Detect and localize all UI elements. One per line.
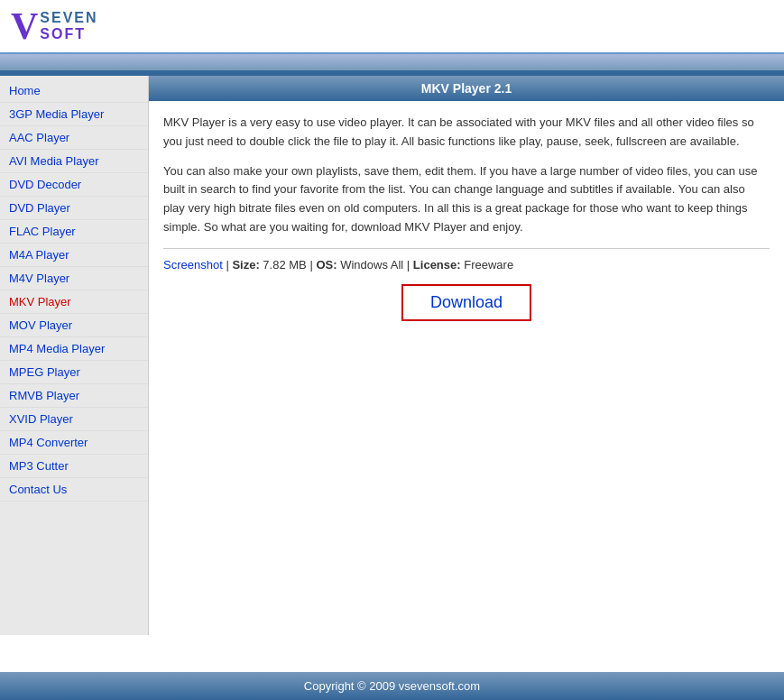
sidebar-item-flac-player[interactable]: FLAC Player (0, 220, 148, 244)
sidebar-link-flac-player[interactable]: FLAC Player (9, 225, 76, 238)
sidebar-link-mp3-cutter[interactable]: MP3 Cutter (9, 459, 69, 473)
sidebar-link-avi-media-player[interactable]: AVI Media Player (9, 154, 98, 168)
sidebar-item-dvd-player[interactable]: DVD Player (0, 197, 148, 220)
meta-line: Screenshot | Size: 7.82 MB | OS: Windows… (163, 258, 770, 272)
logo-v: V (11, 7, 38, 45)
logo-text: SEVEN SOFT (40, 10, 97, 41)
description-1: MKV Player is a very easy to use video p… (163, 114, 770, 152)
sidebar-link-mov-player[interactable]: MOV Player (9, 318, 72, 332)
logo-seven: SEVEN (40, 10, 97, 26)
header: V SEVEN SOFT (0, 0, 784, 54)
sidebar-item-3gp-media-player[interactable]: 3GP Media Player (0, 103, 148, 126)
sidebar-link-m4a-player[interactable]: M4A Player (9, 248, 69, 262)
sidebar-link-rmvb-player[interactable]: RMVB Player (9, 389, 79, 402)
download-button[interactable]: Download (401, 284, 531, 321)
sidebar-link-mp4-converter[interactable]: MP4 Converter (9, 436, 88, 449)
nav-bar (0, 54, 784, 70)
sidebar: Home3GP Media PlayerAAC PlayerAVI Media … (0, 76, 149, 635)
sidebar-link-mkv-player[interactable]: MKV Player (9, 295, 71, 309)
description-2: You can also make your own playlists, sa… (163, 162, 770, 237)
sidebar-item-m4a-player[interactable]: M4A Player (0, 244, 148, 267)
sidebar-link-contact-us[interactable]: Contact Us (9, 483, 67, 496)
os-value: Windows All (340, 258, 403, 272)
sidebar-link-mpeg-player[interactable]: MPEG Player (9, 365, 80, 379)
logo: V SEVEN SOFT (11, 7, 98, 45)
screenshot-link[interactable]: Screenshot (163, 258, 223, 272)
sidebar-link-3gp-media-player[interactable]: 3GP Media Player (9, 107, 104, 121)
sidebar-link-dvd-player[interactable]: DVD Player (9, 201, 70, 215)
sidebar-item-contact-us[interactable]: Contact Us (0, 478, 148, 502)
layout: Home3GP Media PlayerAAC PlayerAVI Media … (0, 76, 784, 635)
logo-soft: SOFT (40, 26, 97, 42)
sidebar-item-mp3-cutter[interactable]: MP3 Cutter (0, 455, 148, 478)
sidebar-item-rmvb-player[interactable]: RMVB Player (0, 384, 148, 408)
license-value: Freeware (464, 258, 513, 272)
sidebar-item-aac-player[interactable]: AAC Player (0, 126, 148, 150)
page-title: MKV Player 2.1 (149, 76, 784, 101)
divider (163, 248, 770, 249)
sidebar-item-mp4-media-player[interactable]: MP4 Media Player (0, 337, 148, 361)
sidebar-link-m4v-player[interactable]: M4V Player (9, 272, 69, 285)
license-label: License: (413, 258, 461, 272)
sidebar-link-mp4-media-player[interactable]: MP4 Media Player (9, 342, 105, 355)
sidebar-link-aac-player[interactable]: AAC Player (9, 131, 69, 144)
size-label: Size: (232, 258, 259, 272)
sidebar-item-mov-player[interactable]: MOV Player (0, 314, 148, 337)
sidebar-item-m4v-player[interactable]: M4V Player (0, 267, 148, 290)
content-area: MKV Player is a very easy to use video p… (149, 101, 784, 334)
size-value: 7.82 MB (263, 258, 306, 272)
os-label: OS: (316, 258, 337, 272)
main-content: MKV Player 2.1 MKV Player is a very easy… (149, 76, 784, 635)
sidebar-item-mp4-converter[interactable]: MP4 Converter (0, 431, 148, 455)
sidebar-item-xvid-player[interactable]: XVID Player (0, 408, 148, 431)
sidebar-item-home[interactable]: Home (0, 79, 148, 103)
sidebar-link-xvid-player[interactable]: XVID Player (9, 412, 73, 426)
sidebar-item-mkv-player[interactable]: MKV Player (0, 290, 148, 314)
sidebar-item-dvd-decoder[interactable]: DVD Decoder (0, 173, 148, 197)
sidebar-item-avi-media-player[interactable]: AVI Media Player (0, 150, 148, 173)
sidebar-link-dvd-decoder[interactable]: DVD Decoder (9, 178, 81, 191)
sidebar-link-home[interactable]: Home (9, 84, 41, 97)
sidebar-item-mpeg-player[interactable]: MPEG Player (0, 361, 148, 384)
download-container: Download (163, 284, 770, 321)
